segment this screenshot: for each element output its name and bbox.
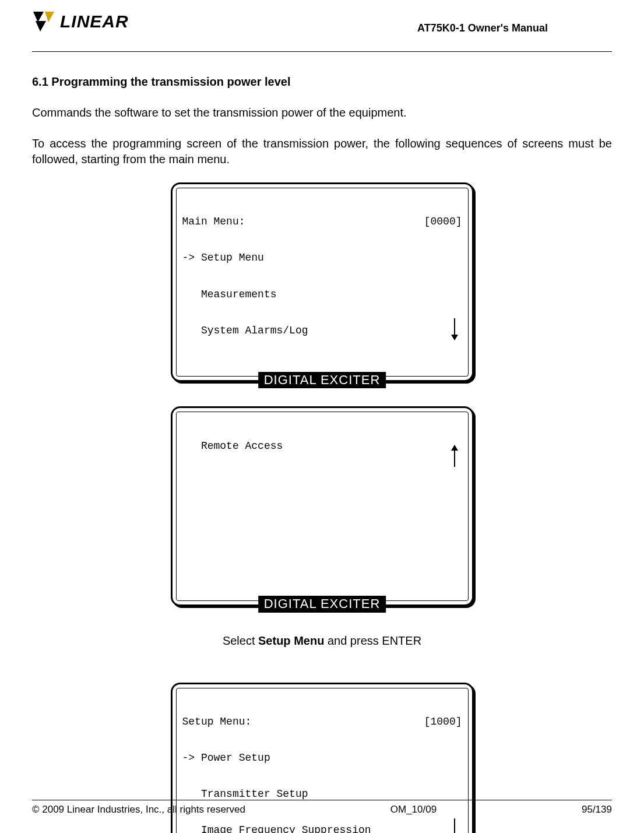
footer-divider xyxy=(32,800,612,800)
caption-bold: Setup Menu xyxy=(258,634,324,647)
footer-left: © 2009 Linear Industries, Inc., all righ… xyxy=(32,804,245,816)
lcd-item: System Alarms/Log xyxy=(182,325,462,337)
caption-text: Select xyxy=(223,634,258,647)
document-title: AT75K0-1 Owner's Manual xyxy=(417,10,612,34)
page-footer: © 2009 Linear Industries, Inc., all righ… xyxy=(32,800,612,816)
section-heading: 6.1 Programming the transmission power l… xyxy=(32,75,612,89)
paragraph-2: To access the programming screen of the … xyxy=(32,136,612,167)
lcd-item: Measurements xyxy=(182,289,462,301)
footer-right: 95/139 xyxy=(582,804,612,816)
lcd-item: Remote Access xyxy=(182,440,462,452)
lcd-code: [0000] xyxy=(424,216,462,228)
lcd-selected-item: Setup Menu xyxy=(182,252,462,264)
svg-marker-1 xyxy=(451,335,458,340)
lcd-device-label: DIGITAL EXCITER xyxy=(258,596,386,612)
footer-center: OM_10/09 xyxy=(390,804,437,816)
paragraph-1: Commands the software to set the transmi… xyxy=(32,105,612,121)
brand-logo: LINEAR xyxy=(32,10,129,33)
lcd-item: Transmitter Setup xyxy=(182,788,462,800)
page-header: LINEAR AT75K0-1 Owner's Manual xyxy=(32,0,612,51)
lcd-panel-main-1: Main Menu: [0000] Setup Menu Measurement… xyxy=(171,182,474,382)
lcd-device-label: DIGITAL EXCITER xyxy=(258,372,386,388)
header-divider xyxy=(32,51,612,52)
lcd-panel-main-2: Remote Access DIGITAL EXCITER xyxy=(171,406,474,606)
scroll-up-icon xyxy=(451,420,459,492)
lcd-selected-item: Power Setup xyxy=(182,752,462,764)
brand-name: LINEAR xyxy=(60,12,129,31)
lcd-title: Setup Menu: xyxy=(182,716,252,728)
brand-logo-icon xyxy=(32,10,55,33)
lcd-title: Main Menu: xyxy=(182,216,245,228)
lcd-code: [1000] xyxy=(424,716,462,728)
caption-1: Select Setup Menu and press ENTER xyxy=(223,634,421,648)
lcd-item: Image Frequency Suppression xyxy=(182,824,462,833)
caption-text: and press ENTER xyxy=(324,634,421,647)
scroll-down-icon xyxy=(451,293,459,365)
